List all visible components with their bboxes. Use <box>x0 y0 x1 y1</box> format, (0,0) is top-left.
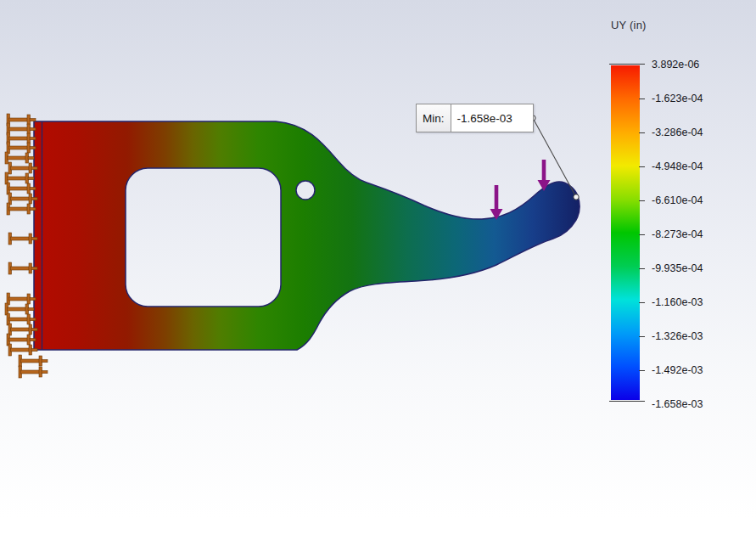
legend-title: UY (in) <box>611 19 679 31</box>
min-callout-label: Min: <box>417 104 451 132</box>
legend-tick <box>639 336 645 337</box>
legend-tick <box>639 234 645 235</box>
legend-tick <box>639 166 645 167</box>
legend-bottom-tick <box>609 401 645 402</box>
legend-tick <box>639 200 645 201</box>
legend-value-label: -1.160e-03 <box>652 296 745 309</box>
fixture-symbol[interactable] <box>8 262 37 274</box>
legend-tick <box>639 302 645 303</box>
fixture-symbol[interactable] <box>7 142 36 154</box>
leader-handle[interactable] <box>574 194 579 200</box>
legend-tick <box>639 99 645 99</box>
legend-tick <box>639 268 645 269</box>
legend-top-tick <box>609 64 645 65</box>
fixture-symbol[interactable] <box>8 233 37 245</box>
legend-value-label: -3.286e-04 <box>652 126 745 139</box>
fixture-symbol[interactable] <box>7 132 36 144</box>
legend-value-label: -1.623e-04 <box>652 92 745 105</box>
fixture-symbol[interactable] <box>8 193 37 205</box>
model-scene <box>0 0 756 546</box>
legend-value-label: -6.610e-04 <box>652 194 745 207</box>
legend-value-label: -1.492e-03 <box>652 363 745 377</box>
graphics-viewport[interactable]: UY (in) 3.892e-06-1.623e-04-3.286e-04-4.… <box>0 0 756 546</box>
legend-value-label: -4.948e-04 <box>652 160 745 173</box>
min-callout[interactable]: Min: -1.658e-03 <box>416 104 534 132</box>
legend-tick <box>639 132 645 133</box>
fixture-symbol[interactable] <box>7 114 36 126</box>
model-part[interactable] <box>34 121 580 350</box>
legend-colorbar <box>611 65 640 400</box>
fixture-symbol[interactable] <box>19 366 48 378</box>
min-callout-value: -1.658e-03 <box>451 104 533 132</box>
fixture-symbol[interactable] <box>8 344 37 356</box>
fixture-symbol[interactable] <box>19 355 48 367</box>
fixture-symbol[interactable] <box>8 324 37 335</box>
fixture-symbol[interactable] <box>8 162 37 174</box>
legend-value-label: 3.892e-06 <box>652 58 745 71</box>
fixture-symbol[interactable] <box>7 293 36 305</box>
legend-tick <box>639 370 645 371</box>
legend-value-label: -1.326e-03 <box>652 329 745 343</box>
load-arrow[interactable] <box>490 185 503 220</box>
legend-value-label: -1.658e-03 <box>652 397 745 411</box>
fixture-symbol[interactable] <box>7 123 36 135</box>
legend-value-label: -9.935e-04 <box>652 262 745 275</box>
legend-value-label: -8.273e-04 <box>652 228 745 241</box>
